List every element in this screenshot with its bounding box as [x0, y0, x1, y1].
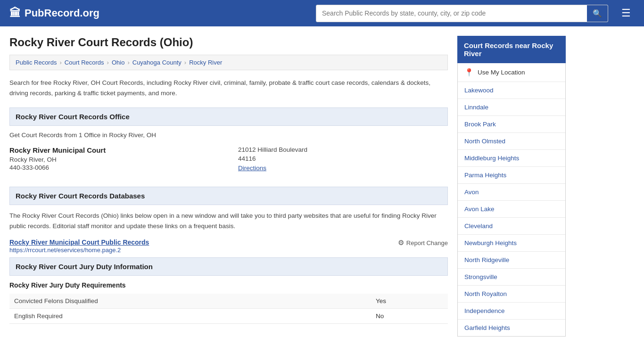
search-bar: 🔍: [316, 5, 608, 22]
court-name: Rocky River Municipal Court: [9, 146, 219, 154]
sidebar-item-label: Linndale: [464, 104, 488, 111]
sidebar-item-label: Cleveland: [464, 222, 493, 230]
sidebar-item-label: Avon: [464, 189, 479, 196]
sidebar-item-label: Parma Heights: [464, 172, 506, 179]
breadcrumb-rocky-river[interactable]: Rocky River: [189, 59, 222, 66]
court-zip: 44116: [238, 155, 448, 162]
breadcrumb-sep-4: ›: [184, 59, 186, 66]
report-change-button[interactable]: ⚙ Report Change: [398, 239, 448, 247]
jury-table-row: Convicted Felons Disqualified Yes: [9, 294, 448, 309]
sidebar-item-0[interactable]: 📍Use My Location: [458, 63, 565, 82]
sidebar-item-6[interactable]: Parma Heights: [458, 167, 565, 184]
page-container: Rocky River Court Records (Ohio) Public …: [0, 26, 644, 346]
db-entry-left: Rocky River Municipal Court Public Recor…: [9, 239, 149, 254]
jury-table-row: English Required No: [9, 309, 448, 324]
directions-link[interactable]: Directions: [238, 165, 266, 172]
breadcrumb-cuyahoga[interactable]: Cuyahoga County: [132, 59, 182, 66]
sidebar: Court Records near Rocky River 📍Use My L…: [457, 36, 566, 337]
site-header: 🏛 PubRecord.org 🔍 ☰: [0, 0, 644, 26]
sidebar-item-label: Middleburg Heights: [464, 155, 519, 162]
db-link[interactable]: Rocky River Municipal Court Public Recor…: [9, 239, 149, 246]
sidebar-item-label: Use My Location: [478, 69, 525, 76]
sidebar-item-11[interactable]: North Ridgeville: [458, 252, 565, 269]
page-title: Rocky River Court Records (Ohio): [9, 36, 448, 49]
sidebar-item-label: Newburgh Heights: [464, 239, 517, 247]
sidebar-item-4[interactable]: North Olmsted: [458, 133, 565, 150]
breadcrumb: Public Records › Court Records › Ohio › …: [9, 55, 448, 70]
site-logo[interactable]: 🏛 PubRecord.org: [9, 7, 99, 20]
court-city: Rocky River, OH: [9, 156, 219, 163]
logo-icon: 🏛: [9, 7, 21, 20]
sidebar-list: 📍Use My LocationLakewoodLinndaleBrook Pa…: [457, 63, 566, 337]
breadcrumb-sep-2: ›: [107, 59, 109, 66]
office-description: Get Court Records from 1 Office in Rocky…: [9, 132, 448, 139]
main-content: Rocky River Court Records (Ohio) Public …: [9, 36, 448, 337]
hamburger-icon: ☰: [621, 7, 631, 19]
sidebar-item-label: Lakewood: [464, 87, 494, 94]
jury-label: Convicted Felons Disqualified: [9, 294, 371, 309]
court-phone: 440-333-0066: [9, 164, 219, 171]
page-description: Search for free Rocky River, OH Court Re…: [9, 78, 448, 98]
sidebar-item-3[interactable]: Brook Park: [458, 116, 565, 133]
sidebar-header: Court Records near Rocky River: [457, 36, 566, 63]
sidebar-item-1[interactable]: Lakewood: [458, 82, 565, 99]
database-entry: Rocky River Municipal Court Public Recor…: [9, 239, 448, 254]
jury-label: English Required: [9, 309, 371, 324]
breadcrumb-ohio[interactable]: Ohio: [112, 59, 124, 66]
sidebar-item-14[interactable]: Independence: [458, 303, 565, 320]
sidebar-item-label: Independence: [464, 307, 505, 314]
jury-table: Convicted Felons Disqualified Yes Englis…: [9, 294, 448, 324]
location-pin-icon: 📍: [464, 68, 474, 77]
sidebar-item-10[interactable]: Newburgh Heights: [458, 235, 565, 252]
jury-value: Yes: [371, 294, 448, 309]
court-info: Rocky River Municipal Court Rocky River,…: [9, 146, 448, 179]
sidebar-item-label: Avon Lake: [464, 206, 495, 213]
breadcrumb-public-records[interactable]: Public Records: [16, 59, 57, 66]
sidebar-item-8[interactable]: Avon Lake: [458, 201, 565, 218]
breadcrumb-sep-3: ›: [127, 59, 129, 66]
sidebar-item-label: North Ridgeville: [464, 256, 509, 263]
logo-text: PubRecord.org: [25, 7, 99, 19]
sidebar-item-label: Strongsville: [464, 273, 497, 280]
sidebar-item-15[interactable]: Garfield Heights: [458, 320, 565, 336]
search-input[interactable]: [316, 6, 587, 21]
jury-value: No: [371, 309, 448, 324]
sidebar-item-7[interactable]: Avon: [458, 184, 565, 201]
menu-button[interactable]: ☰: [618, 5, 635, 21]
court-address: 21012 Hilliard Boulevard: [238, 146, 448, 153]
sidebar-item-5[interactable]: Middleburg Heights: [458, 150, 565, 167]
db-url[interactable]: https://rrcourt.net/eservices/home.page.…: [9, 247, 121, 254]
office-section-header: Rocky River Court Records Office: [9, 107, 448, 126]
court-right: 21012 Hilliard Boulevard 44116 Direction…: [238, 146, 448, 172]
sidebar-item-label: North Royalton: [464, 290, 507, 297]
search-button[interactable]: 🔍: [587, 5, 608, 22]
breadcrumb-sep-1: ›: [59, 59, 61, 66]
sidebar-item-9[interactable]: Cleveland: [458, 218, 565, 235]
breadcrumb-court-records[interactable]: Court Records: [65, 59, 104, 66]
jury-subtitle: Rocky River Jury Duty Requirements: [9, 281, 448, 289]
court-left: Rocky River Municipal Court Rocky River,…: [9, 146, 219, 172]
search-icon: 🔍: [593, 9, 602, 18]
databases-description: The Rocky River Court Records (Ohio) lin…: [9, 211, 448, 231]
sidebar-item-label: Brook Park: [464, 121, 496, 128]
sidebar-item-label: North Olmsted: [464, 138, 505, 145]
sidebar-item-12[interactable]: Strongsville: [458, 269, 565, 286]
databases-section-header: Rocky River Court Records Databases: [9, 187, 448, 205]
report-change-label: Report Change: [406, 239, 448, 247]
sidebar-item-2[interactable]: Linndale: [458, 99, 565, 116]
sidebar-item-13[interactable]: North Royalton: [458, 286, 565, 303]
report-icon: ⚙: [398, 239, 404, 247]
sidebar-item-label: Garfield Heights: [464, 324, 510, 331]
jury-section-header: Rocky River Court Jury Duty Information: [9, 257, 448, 276]
